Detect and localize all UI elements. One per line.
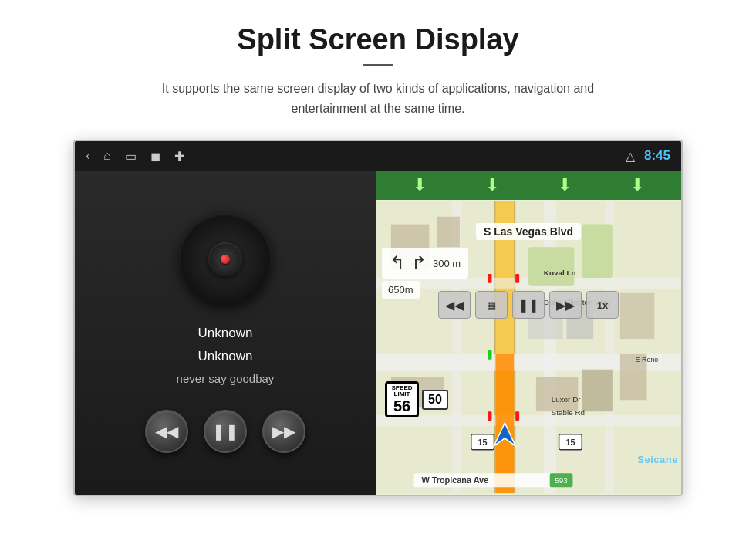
eject-icon[interactable]: △ bbox=[626, 149, 635, 164]
svg-rect-13 bbox=[437, 217, 460, 248]
svg-text:15: 15 bbox=[478, 438, 488, 447]
map-prev-icon: ◀◀ bbox=[445, 298, 464, 313]
svg-rect-35 bbox=[488, 411, 492, 421]
nav-arrow-4: ⬇ bbox=[630, 175, 644, 195]
nav-panel: ⬇ ⬇ ⬇ ⬇ bbox=[376, 171, 681, 495]
speed-limit-number: 56 bbox=[387, 398, 417, 414]
speed-limit-sign: SPEEDLIMIT 56 bbox=[385, 381, 419, 418]
map-speed-button[interactable]: 1x bbox=[586, 291, 619, 319]
split-area: Unknown Unknown never say goodbay ◀◀ ❚❚ … bbox=[75, 171, 681, 495]
image-icon[interactable]: ◼ bbox=[150, 149, 160, 164]
vinyl-center-dot bbox=[221, 255, 230, 264]
svg-text:593: 593 bbox=[555, 476, 568, 485]
map-background: 15 15 Koval Ln Duke Ellington Way Luxor … bbox=[376, 200, 681, 495]
speed-limit-label: SPEEDLIMIT bbox=[387, 385, 417, 399]
turn-right-icon: ↱ bbox=[411, 252, 427, 274]
svg-rect-6 bbox=[376, 415, 681, 426]
next-button[interactable]: ▶▶ bbox=[262, 410, 305, 453]
map-speed-label: 1x bbox=[597, 299, 608, 311]
map-pause-icon: ❚❚ bbox=[518, 298, 538, 313]
title-divider bbox=[363, 64, 393, 66]
media-controls: ◀◀ ❚❚ ▶▶ bbox=[145, 410, 305, 453]
device-screen: ‹ ⌂ ▭ ◼ ✚ △ 8:45 Unknown Unknown never s… bbox=[73, 140, 683, 496]
nav-arrow-3: ⬇ bbox=[558, 175, 572, 195]
svg-rect-2 bbox=[494, 201, 495, 493]
nav-green-bar: ⬇ ⬇ ⬇ ⬇ bbox=[376, 171, 681, 200]
next-icon: ▶▶ bbox=[272, 422, 295, 441]
prev-button[interactable]: ◀◀ bbox=[145, 410, 188, 453]
track-album: never say goodbay bbox=[177, 372, 275, 385]
speed-limit-box: SPEEDLIMIT 56 bbox=[385, 381, 419, 418]
svg-rect-14 bbox=[536, 377, 578, 412]
svg-rect-15 bbox=[582, 370, 613, 411]
svg-text:E Reno: E Reno bbox=[636, 356, 659, 363]
svg-rect-20 bbox=[620, 293, 655, 339]
vinyl-inner bbox=[208, 242, 242, 276]
status-bar: ‹ ⌂ ▭ ◼ ✚ △ 8:45 bbox=[75, 141, 681, 171]
svg-text:Stable Rd: Stable Rd bbox=[552, 408, 585, 417]
usb-icon[interactable]: ✚ bbox=[174, 149, 184, 164]
nav-map-area: 15 15 Koval Ln Duke Ellington Way Luxor … bbox=[376, 200, 681, 495]
svg-rect-3 bbox=[514, 201, 515, 493]
svg-text:W Tropicana Ave: W Tropicana Ave bbox=[421, 475, 488, 485]
map-pause-button[interactable]: ❚❚ bbox=[512, 291, 545, 319]
map-next-icon: ▶▶ bbox=[556, 298, 575, 313]
status-bar-right: △ 8:45 bbox=[626, 148, 670, 164]
map-prev-button[interactable]: ◀◀ bbox=[438, 291, 471, 319]
track-title: Unknown bbox=[198, 326, 253, 341]
vinyl-outer bbox=[179, 213, 272, 306]
svg-rect-11 bbox=[582, 225, 613, 278]
watermark: Seicane bbox=[637, 454, 678, 465]
map-playback-controls: ◀◀ ▦ ❚❚ ▶▶ 1x bbox=[438, 291, 619, 319]
nav-street-label: S Las Vegas Blvd bbox=[476, 223, 581, 240]
nav-direction-box: ↰ ↱ 300 m bbox=[382, 248, 468, 279]
page-title: Split Screen Display bbox=[237, 23, 518, 56]
prev-icon: ◀◀ bbox=[155, 422, 178, 441]
play-pause-button[interactable]: ❚❚ bbox=[204, 410, 247, 453]
svg-rect-32 bbox=[488, 274, 492, 283]
nav-arrow-2: ⬇ bbox=[485, 175, 499, 195]
map-checkerboard-button[interactable]: ▦ bbox=[475, 291, 508, 319]
map-checkerboard-icon: ▦ bbox=[487, 299, 496, 311]
svg-rect-34 bbox=[488, 350, 492, 360]
track-artist: Unknown bbox=[198, 349, 253, 364]
svg-text:15: 15 bbox=[565, 438, 575, 447]
page-description: It supports the same screen display of t… bbox=[131, 79, 625, 118]
vinyl-record bbox=[179, 213, 272, 306]
svg-rect-10 bbox=[528, 247, 574, 286]
play-pause-icon: ❚❚ bbox=[212, 422, 238, 441]
nav-distance: 300 m bbox=[433, 258, 461, 269]
nav-alt-distance: 650m bbox=[382, 281, 420, 299]
recents-icon[interactable]: ▭ bbox=[125, 149, 137, 164]
back-icon[interactable]: ‹ bbox=[86, 149, 89, 163]
map-next-button[interactable]: ▶▶ bbox=[549, 291, 582, 319]
home-icon[interactable]: ⌂ bbox=[103, 149, 111, 163]
status-time: 8:45 bbox=[644, 148, 670, 164]
svg-text:Koval Ln: Koval Ln bbox=[544, 269, 576, 277]
svg-text:Luxor Dr: Luxor Dr bbox=[552, 395, 582, 404]
turn-left-icon: ↰ bbox=[390, 252, 405, 274]
media-panel: Unknown Unknown never say goodbay ◀◀ ❚❚ … bbox=[75, 171, 376, 495]
route-50-marker: 50 bbox=[422, 390, 448, 410]
svg-rect-7 bbox=[544, 201, 556, 493]
svg-rect-33 bbox=[515, 274, 519, 283]
nav-arrow-1: ⬇ bbox=[413, 175, 427, 195]
svg-rect-36 bbox=[515, 411, 519, 421]
